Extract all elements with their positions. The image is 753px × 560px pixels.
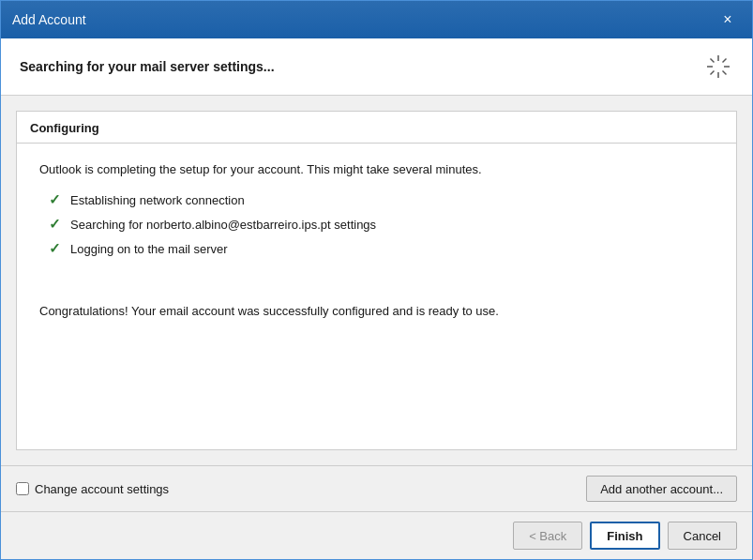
searching-text: Searching for your mail server settings.… [20, 59, 275, 74]
add-account-dialog: Add Account × Searching for your mail se… [0, 0, 753, 560]
cancel-button[interactable]: Cancel [668, 522, 737, 550]
dialog-title: Add Account [12, 12, 86, 27]
section-title: Configuring [17, 112, 736, 144]
description-text: Outlook is completing the setup for your… [39, 162, 714, 176]
section-body: Outlook is completing the setup for your… [17, 144, 736, 449]
status-list: ✓ Establishing network connection ✓ Sear… [49, 191, 714, 257]
status-text-3: Logging on to the mail server [70, 242, 228, 256]
check-icon-2: ✓ [49, 216, 61, 233]
footer: < Back Finish Cancel [1, 511, 752, 559]
check-icon-1: ✓ [49, 191, 61, 208]
back-button[interactable]: < Back [513, 522, 582, 550]
change-settings-container: Change account settings [16, 482, 169, 496]
list-item: ✓ Logging on to the mail server [49, 240, 714, 257]
svg-line-6 [723, 59, 727, 63]
cursor-icon [703, 52, 733, 82]
list-item: ✓ Establishing network connection [49, 191, 714, 208]
header-section: Searching for your mail server settings.… [1, 38, 752, 96]
close-button[interactable]: × [715, 7, 741, 33]
title-bar: Add Account × [1, 1, 752, 38]
check-icon-3: ✓ [49, 240, 61, 257]
status-text-1: Establishing network connection [70, 193, 245, 207]
change-settings-checkbox[interactable] [16, 482, 29, 495]
svg-line-7 [711, 71, 715, 75]
success-message: Congratulations! Your email account was … [39, 285, 714, 318]
status-text-2: Searching for norberto.albino@estbarreir… [70, 218, 376, 232]
content-area: Configuring Outlook is completing the se… [1, 96, 752, 465]
change-settings-label[interactable]: Change account settings [35, 482, 169, 496]
svg-line-4 [711, 59, 715, 63]
svg-line-5 [723, 71, 727, 75]
add-another-button[interactable]: Add another account... [586, 476, 737, 502]
bottom-bar: Change account settings Add another acco… [1, 465, 752, 511]
list-item: ✓ Searching for norberto.albino@estbarre… [49, 216, 714, 233]
configuring-section: Configuring Outlook is completing the se… [16, 111, 737, 450]
finish-button[interactable]: Finish [590, 522, 659, 550]
